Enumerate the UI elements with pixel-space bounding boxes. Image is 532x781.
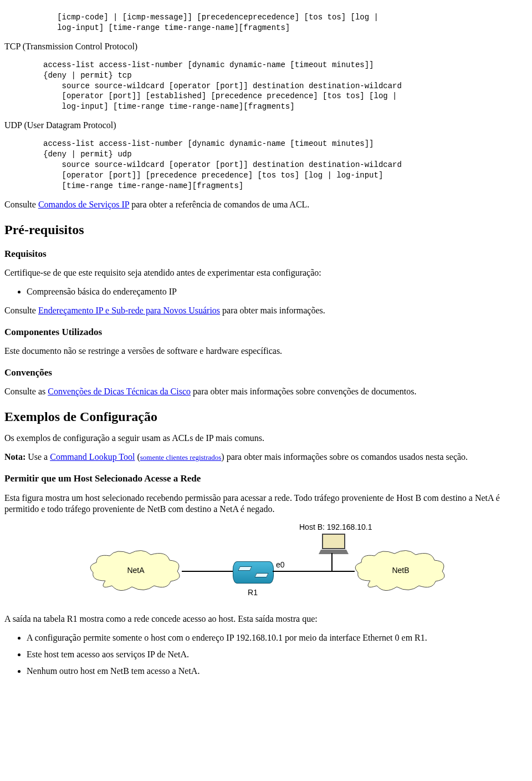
paragraph-nota: Nota: Use a Command Lookup Tool (somente… bbox=[4, 452, 528, 463]
heading-convencoes: Convenções bbox=[4, 367, 528, 378]
text: ( bbox=[135, 452, 140, 462]
link-enderecamento-ip[interactable]: Endereçamento IP e Sub-rede para Novos U… bbox=[38, 306, 220, 315]
router-icon bbox=[233, 561, 274, 584]
label-e0: e0 bbox=[276, 560, 285, 570]
list-item: Este host tem acesso aos serviços IP de … bbox=[27, 649, 528, 660]
label-nota: Nota: bbox=[4, 452, 25, 462]
link-command-lookup-tool[interactable]: Command Lookup Tool bbox=[50, 452, 135, 462]
paragraph-exemplos-intro: Os exemplos de configuração a seguir usa… bbox=[4, 433, 528, 444]
diagram-wire bbox=[273, 571, 355, 572]
text: Consulte bbox=[4, 306, 38, 315]
code-icmp-tail: [icmp-code] | [icmp-message]] [precedenc… bbox=[4, 12, 528, 33]
text: para obter a referência de comandos de u… bbox=[129, 200, 309, 209]
text: Consulte bbox=[4, 200, 38, 209]
text: Consulte as bbox=[4, 387, 48, 396]
link-somente-clientes[interactable]: somente clientes registrados bbox=[140, 452, 222, 462]
link-convencoes-cisco[interactable]: Convenções de Dicas Técnicas da Cisco bbox=[48, 387, 191, 396]
laptop-icon bbox=[319, 534, 346, 552]
list-item: Compreensão básica do endereçamento IP bbox=[27, 286, 528, 297]
text-small: somente clientes registrados bbox=[140, 453, 222, 462]
code-udp: access-list access-list-number [dynamic … bbox=[4, 139, 528, 191]
heading-componentes-utilizados: Componentes Utilizados bbox=[4, 326, 528, 338]
paragraph-componentes: Este documento não se restringe a versõe… bbox=[4, 346, 528, 357]
paragraph-convencoes: Consulte as Convenções de Dicas Técnicas… bbox=[4, 386, 528, 397]
label-neta: NetA bbox=[89, 566, 183, 576]
paragraph-consulte-comandos: Consulte Comandos de Serviços IP para ob… bbox=[4, 199, 528, 210]
heading-exemplos-configuracao: Exemplos de Configuração bbox=[4, 408, 528, 425]
text: para obter mais informações. bbox=[220, 306, 325, 315]
link-comandos-servicos-ip[interactable]: Comandos de Serviços IP bbox=[38, 200, 129, 209]
list-saida: A configuração permite somente o host co… bbox=[4, 632, 528, 677]
text: ) para obter mais informações sobre os c… bbox=[221, 452, 468, 462]
heading-permitir-host: Permitir que um Host Selecionado Acesse … bbox=[4, 473, 528, 484]
heading-requisitos: Requisitos bbox=[4, 248, 528, 260]
list-item: A configuração permite somente o host co… bbox=[27, 632, 528, 643]
text: Use a bbox=[25, 452, 50, 462]
text: para obter mais informações sobre conven… bbox=[191, 387, 416, 396]
list-item: Nenhum outro host em NetB tem acesso a N… bbox=[27, 666, 528, 677]
diagram-wire bbox=[331, 553, 332, 571]
cloud-netb: NetB bbox=[354, 550, 448, 592]
label-netb: NetB bbox=[354, 566, 448, 576]
code-tcp: access-list access-list-number [dynamic … bbox=[4, 60, 528, 112]
label-r1: R1 bbox=[233, 588, 273, 598]
cloud-neta: NetA bbox=[89, 550, 183, 592]
label-host-b: Host B: 192.168.10.1 bbox=[299, 523, 372, 532]
heading-pre-requisitos: Pré-requisitos bbox=[4, 221, 528, 238]
paragraph-saida-intro: A saída na tabela R1 mostra como a rede … bbox=[4, 613, 528, 625]
paragraph-enderecamento: Consulte Endereçamento IP e Sub-rede par… bbox=[4, 305, 528, 316]
paragraph-permitir-intro: Esta figura mostra um host selecionado r… bbox=[4, 493, 528, 515]
list-requisitos: Compreensão básica do endereçamento IP bbox=[4, 286, 528, 297]
heading-udp: UDP (User Datagram Protocol) bbox=[4, 120, 528, 131]
network-diagram: Host B: 192.168.10.1 NetA e0 NetB R1 bbox=[89, 523, 443, 606]
paragraph-certifique: Certifique-se de que este requisito seja… bbox=[4, 267, 528, 278]
diagram-wire bbox=[182, 571, 233, 572]
heading-tcp: TCP (Transmission Control Protocol) bbox=[4, 41, 528, 52]
